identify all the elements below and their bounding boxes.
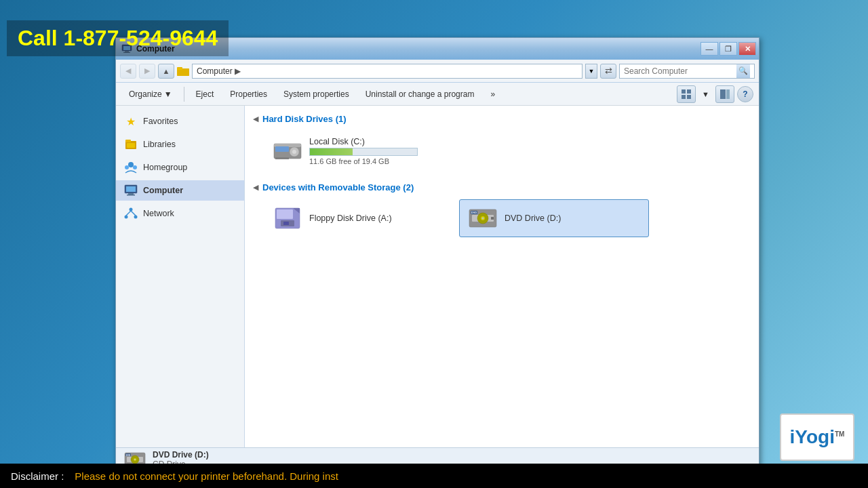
iyogi-text: iYogiTM (790, 426, 845, 448)
svg-point-17 (125, 165, 129, 169)
sidebar-section-network: Network (116, 203, 244, 224)
svg-text:DVD: DVD (126, 453, 131, 456)
star-icon: ★ (124, 115, 138, 128)
sidebar-libraries-label: Libraries (143, 140, 176, 149)
svg-rect-10 (687, 95, 691, 99)
sidebar-item-computer[interactable]: Computer (116, 180, 244, 201)
toolbar: Organize ▼ Eject Properties System prope… (116, 83, 759, 106)
help-button[interactable]: ? (737, 86, 753, 102)
sidebar-section-computer: Computer (116, 180, 244, 201)
removable-collapse-triangle[interactable]: ◀ (253, 183, 258, 192)
svg-point-31 (292, 150, 296, 154)
drive-info-a: Floppy Disk Drive (A:) (309, 214, 392, 223)
sidebar-item-network[interactable]: Network (116, 203, 244, 224)
svg-rect-14 (125, 140, 131, 142)
address-path[interactable]: Computer ▶ (192, 64, 583, 79)
drive-item-dvd-d[interactable]: DVD DVD Drive (D:) (459, 199, 649, 237)
removable-section-header: ◀ Devices with Removable Storage (2) (253, 182, 751, 192)
organize-arrow: ▼ (164, 89, 172, 99)
svg-rect-12 (726, 89, 730, 99)
title-controls: — ❐ ✕ (701, 42, 756, 56)
organize-label: Organize (129, 89, 162, 99)
drive-item-local-disk-c[interactable]: Local Disk (C:) 11.6 GB free of 19.4 GB (264, 131, 454, 171)
sidebar-item-libraries[interactable]: Libraries (116, 134, 244, 155)
search-button[interactable]: 🔍 (736, 64, 750, 78)
svg-rect-9 (682, 95, 686, 99)
address-dropdown[interactable]: ▼ (585, 64, 597, 79)
disclaimer-text: Please do not connect your printer befor… (75, 470, 338, 482)
uninstall-button[interactable]: Uninstall or change a program (358, 85, 482, 103)
svg-rect-33 (275, 146, 289, 152)
svg-line-27 (131, 211, 136, 216)
minimize-button[interactable]: — (701, 42, 718, 56)
address-bar: ◀ ▶ ▲ Computer ▶ ▼ ⇄ 🔍 (116, 60, 759, 83)
svg-rect-11 (720, 89, 726, 99)
svg-point-51 (134, 459, 136, 460)
svg-rect-32 (275, 157, 289, 159)
removable-section-title: Devices with Removable Storage (2) (262, 182, 414, 192)
svg-line-26 (126, 211, 131, 216)
drive-item-floppy-a[interactable]: Floppy Disk Drive (A:) (264, 199, 454, 237)
sidebar-network-label: Network (143, 209, 174, 218)
dvd-icon-d: DVD (468, 205, 498, 231)
organize-button[interactable]: Organize ▼ (121, 85, 180, 103)
hdd-collapse-triangle[interactable]: ◀ (253, 115, 258, 123)
explorer-window: Computer — ❐ ✕ ◀ ▶ ▲ Computer ▶ ▼ ⇄ 🔍 (115, 37, 760, 471)
call-prefix: Call (18, 26, 64, 50)
preview-pane-button[interactable] (715, 85, 734, 103)
restore-button[interactable]: ❐ (719, 42, 737, 56)
hard-disk-drives-grid: Local Disk (C:) 11.6 GB free of 19.4 GB (253, 131, 751, 171)
breadcrumb-text: Computer (197, 66, 233, 76)
svg-point-16 (128, 162, 134, 167)
computer-icon (124, 184, 138, 197)
breadcrumb-arrow: ▶ (235, 66, 241, 76)
toolbar-right: ▼ ? (677, 85, 753, 103)
call-number: 1-877-524-9644 (64, 26, 218, 50)
svg-point-23 (130, 208, 133, 211)
up-button[interactable]: ▲ (158, 64, 174, 79)
view-button[interactable] (677, 85, 696, 103)
iyogi-badge: iYogiTM (780, 413, 854, 461)
network-icon (124, 207, 138, 220)
system-properties-button[interactable]: System properties (276, 85, 357, 103)
properties-button[interactable]: Properties (222, 85, 275, 103)
drive-name-d: DVD Drive (D:) (505, 214, 561, 223)
disclaimer-label: Disclaimer : (0, 470, 75, 482)
eject-button[interactable]: Eject (189, 85, 222, 103)
address-folder-icon (177, 66, 189, 77)
iyogi-tm: TM (835, 430, 844, 438)
svg-text:DVD: DVD (471, 211, 477, 214)
drive-info-c: Local Disk (C:) 11.6 GB free of 19.4 GB (309, 137, 418, 165)
removable-drives-grid: Floppy Disk Drive (A:) (253, 199, 751, 237)
sidebar-section-libraries: Libraries (116, 134, 244, 155)
more-button[interactable]: » (483, 85, 502, 103)
sidebar: ★ Favorites Libraries (116, 106, 245, 447)
sidebar-favorites-label: Favorites (143, 117, 178, 126)
sidebar-homegroup-label: Homegroup (143, 163, 187, 172)
view-dropdown-button[interactable]: ▼ (698, 85, 713, 103)
hdd-icon-c (273, 138, 302, 164)
floppy-icon-a (273, 205, 302, 231)
homegroup-icon (124, 161, 138, 174)
hdd-section-title: Hard Disk Drives (1) (262, 114, 347, 124)
drive-name-a: Floppy Disk Drive (A:) (309, 214, 392, 223)
svg-rect-20 (126, 186, 136, 192)
search-input[interactable] (624, 66, 736, 76)
back-button[interactable]: ◀ (120, 64, 136, 79)
content-area: ◀ Hard Disk Drives (1) (245, 106, 759, 447)
svg-rect-22 (127, 195, 135, 196)
sidebar-item-homegroup[interactable]: Homegroup (116, 157, 244, 178)
disclaimer-bar: Disclaimer : Please do not connect your … (0, 464, 868, 488)
svg-point-25 (134, 216, 138, 219)
close-button[interactable]: ✕ (738, 42, 756, 56)
forward-button[interactable]: ▶ (139, 64, 155, 79)
svg-rect-37 (283, 222, 289, 225)
svg-rect-35 (277, 209, 293, 219)
refresh-button[interactable]: ⇄ (600, 64, 616, 79)
search-box: 🔍 (619, 64, 755, 79)
status-drive-name: DVD Drive (D:) (153, 450, 209, 460)
sidebar-item-favorites[interactable]: ★ Favorites (116, 111, 244, 131)
main-area: ★ Favorites Libraries (116, 106, 759, 447)
svg-rect-46 (491, 217, 494, 220)
svg-rect-8 (687, 89, 691, 94)
